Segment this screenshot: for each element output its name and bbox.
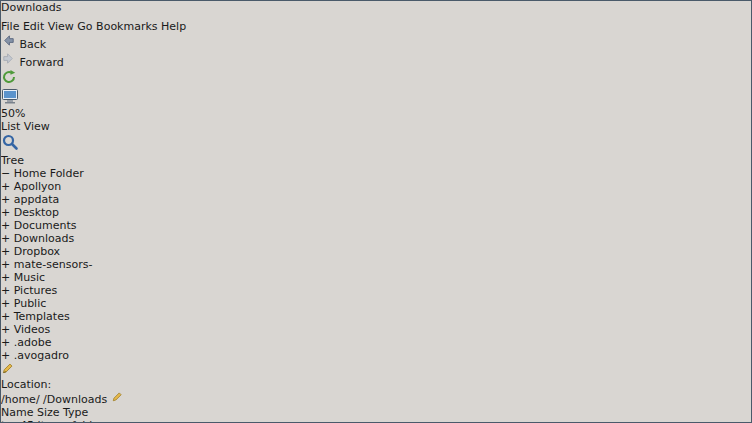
tree-item[interactable]: + Videos: [1, 323, 751, 336]
tree-expander[interactable]: −: [1, 167, 10, 180]
tree-item[interactable]: + Documents: [1, 219, 751, 232]
tree-expander[interactable]: +: [1, 193, 10, 206]
tree-item[interactable]: + appdata: [1, 193, 751, 206]
file-table: Name Size Type tor: [1, 406, 751, 423]
forward-label: Forward: [20, 56, 64, 69]
sidebar: Tree − Home Folder +: [1, 154, 751, 362]
tree-item-label: mate-sensors-: [14, 258, 93, 271]
tree-expander[interactable]: +: [1, 219, 10, 232]
content-column: Location: /home/ /Downloads: [1, 362, 751, 423]
tree-item[interactable]: + Desktop: [1, 206, 751, 219]
tree-item-label: Videos: [14, 323, 51, 336]
back-icon: [1, 38, 20, 51]
file-size: 45 items: [20, 419, 68, 423]
tree-expander[interactable]: +: [1, 310, 10, 323]
location-label: Location:: [1, 378, 51, 391]
column-header-size[interactable]: Size: [37, 406, 60, 419]
file-name: tor: [1, 419, 17, 423]
tree-item[interactable]: + Pictures: [1, 284, 751, 297]
menu-item[interactable]: View: [48, 20, 74, 33]
tree-item-label: Documents: [14, 219, 77, 232]
sidebar-mode-value: Tree: [1, 154, 24, 167]
tree-expander[interactable]: +: [1, 323, 10, 336]
back-label: Back: [20, 38, 47, 51]
menu-item[interactable]: File: [1, 20, 19, 33]
tree-item-label: .avogadro: [14, 349, 69, 362]
tree-item[interactable]: + .avogadro: [1, 349, 751, 362]
tree-item-label: Music: [14, 271, 45, 284]
back-button[interactable]: Back: [1, 33, 751, 51]
pencil-icon: [1, 365, 14, 378]
left-location-row: Location: /home/ /Downloads: [1, 362, 751, 406]
main-area: Tree − Home Folder +: [1, 154, 751, 423]
tree-item[interactable]: − Home Folder: [1, 167, 751, 180]
tree-item-label: .adobe: [14, 336, 52, 349]
tree-expander[interactable]: +: [1, 180, 10, 193]
search-button[interactable]: [1, 133, 751, 154]
tree-expander[interactable]: +: [1, 258, 10, 271]
tree-item-label: Dropbox: [14, 245, 60, 258]
menu-item[interactable]: Go: [77, 20, 92, 33]
tree-item-label: Templates: [14, 310, 70, 323]
tree-item-label: Apollyon: [14, 180, 62, 193]
tree-item-label: appdata: [14, 193, 59, 206]
path-prefix: /home/: [1, 393, 40, 406]
tree-item[interactable]: + .adobe: [1, 336, 751, 349]
file-type: folder: [72, 419, 104, 423]
file-manager-window: Downloads File Edit View Go Bookmarks He…: [0, 0, 752, 423]
tree-item-label: Home Folder: [14, 167, 84, 180]
pencil-icon[interactable]: [111, 393, 123, 406]
menubar: File Edit View Go Bookmarks Help: [1, 20, 751, 33]
tree-item[interactable]: + mate-sensors-: [1, 258, 751, 271]
directory-tree: − Home Folder + Apollyon +: [1, 167, 751, 362]
sidebar-header: Tree: [1, 154, 751, 167]
left-location-input[interactable]: /home/ /Downloads: [1, 391, 751, 406]
titlebar[interactable]: Downloads: [1, 1, 751, 20]
edit-path-button[interactable]: [1, 362, 751, 378]
toolbar: Back Forward: [1, 33, 751, 154]
panes: Location: /home/ /Downloads: [1, 362, 751, 423]
tree-expander[interactable]: +: [1, 232, 10, 245]
forward-button[interactable]: Forward: [1, 51, 751, 69]
tree-item-label: Public: [14, 297, 47, 310]
forward-group: Forward: [1, 51, 751, 69]
tree-item[interactable]: + Apollyon: [1, 180, 751, 193]
back-group: Back: [1, 33, 751, 51]
reload-button[interactable]: [1, 69, 751, 88]
tree-item[interactable]: + Public: [1, 297, 751, 310]
computer-icon: [1, 94, 19, 107]
file-row[interactable]: tor 45 items folder: [1, 419, 751, 423]
tree-expander[interactable]: +: [1, 336, 10, 349]
menu-item[interactable]: Edit: [23, 20, 44, 33]
tree-expander[interactable]: +: [1, 284, 10, 297]
forward-icon: [1, 56, 20, 69]
left-file-pane: Location: /home/ /Downloads: [1, 362, 751, 423]
tree-expander[interactable]: +: [1, 245, 10, 258]
tree-item[interactable]: + Music: [1, 271, 751, 284]
column-header-type[interactable]: Type: [63, 406, 88, 419]
window-title: Downloads: [1, 1, 61, 14]
tree-item-label: Desktop: [14, 206, 59, 219]
view-mode-value: List View: [1, 120, 50, 133]
view-mode-select[interactable]: List View: [1, 120, 751, 133]
zoom-level: 50%: [1, 107, 25, 120]
tree-item-label: Downloads: [14, 232, 74, 245]
tree-expander[interactable]: +: [1, 206, 10, 219]
search-icon: [1, 141, 19, 154]
tree-item[interactable]: + Downloads: [1, 232, 751, 245]
file-rows: tor 45 items folder: [1, 419, 751, 423]
reload-icon: [1, 75, 17, 88]
tree-expander[interactable]: +: [1, 297, 10, 310]
tree-expander[interactable]: +: [1, 271, 10, 284]
tree-item-label: Pictures: [14, 284, 58, 297]
menu-item[interactable]: Help: [161, 20, 186, 33]
tree-expander[interactable]: +: [1, 349, 10, 362]
computer-button[interactable]: [1, 88, 751, 107]
path-suffix: /Downloads: [43, 393, 107, 406]
tree-item[interactable]: + Dropbox: [1, 245, 751, 258]
file-list: Name Size Type tor: [1, 406, 751, 423]
sidebar-mode-select[interactable]: Tree: [1, 154, 751, 167]
tree-item[interactable]: + Templates: [1, 310, 751, 323]
column-header-name[interactable]: Name: [1, 406, 33, 419]
menu-item[interactable]: Bookmarks: [96, 20, 157, 33]
